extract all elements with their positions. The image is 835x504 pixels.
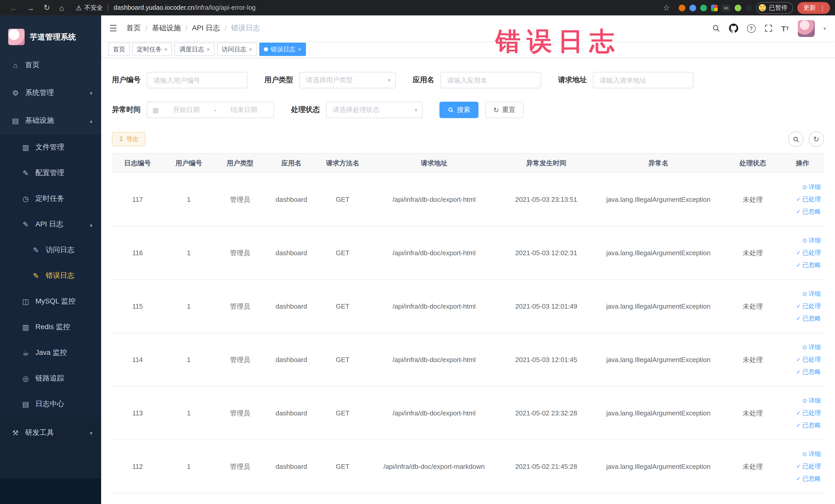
help-icon[interactable]: ? [747,24,755,33]
col-actions: 操作 [781,153,824,173]
tab-schedule-log[interactable]: 调度日志 × [175,43,215,56]
browser-update-button[interactable]: 更新 ⋮ [797,2,830,14]
sidebar-item-log-center[interactable]: ▤ 日志中心 [0,391,101,417]
browser-home-icon[interactable]: ⌂ [59,3,64,12]
avatar[interactable] [798,20,815,37]
extension-icon-blue[interactable] [690,4,696,11]
chevron-up-icon: ▴ [90,222,93,227]
sidebar-item-mysql-monitor[interactable]: ◫ MySQL 监控 [0,288,101,314]
extension-icon-on-badge[interactable]: on [722,4,731,11]
address-bar[interactable]: dashboard.yudao.iocoder.cn/infra/log/api… [114,4,256,11]
app-name-input[interactable] [441,72,541,88]
mark-ignored-link[interactable]: ✓已忽略 [796,261,821,269]
sidebar-item-home[interactable]: ⌂ 首页 [0,52,101,79]
mark-ignored-link[interactable]: ✓已忽略 [796,421,821,430]
browser-menu-kebab-icon[interactable]: ⋮ [819,4,826,12]
tab-scheduled-jobs[interactable]: 定时任务 × [133,43,172,56]
refresh-table-button[interactable]: ↻ [809,132,824,147]
breadcrumb-api-logs[interactable]: API 日志 [192,24,220,33]
sidebar-item-label: 日志中心 [36,400,64,409]
security-status[interactable]: ⚠ 不安全 [76,3,103,12]
update-label: 更新 [803,3,816,12]
extension-icon-leaf[interactable] [735,4,741,11]
col-status: 处理状态 [725,153,781,173]
sidebar-item-access-log[interactable]: ✎ 访问日志 [0,237,101,263]
detail-link[interactable]: ⊙详细 [802,289,821,298]
export-button[interactable]: ↧ 导出 [112,132,145,146]
mark-processed-link[interactable]: ✓已处理 [796,355,821,364]
mark-ignored-link[interactable]: ✓已忽略 [796,314,821,323]
exception-time-label: 异常时间 [112,105,141,115]
breadcrumb-infrastructure[interactable]: 基础设施 [152,24,181,33]
sidebar-item-infrastructure[interactable]: ▤ 基础设施 ▴ [0,107,101,135]
sidebar-item-scheduled-jobs[interactable]: ◷ 定时任务 [0,186,101,211]
mark-processed-link[interactable]: ✓已处理 [796,248,821,257]
detail-link[interactable]: ⊙详细 [802,183,821,191]
extension-icon-grid[interactable] [711,4,718,11]
breadcrumb-home[interactable]: 首页 [126,24,141,33]
extension-icon-orange[interactable] [679,4,685,11]
detail-link[interactable]: ⊙详细 [802,397,821,405]
sidebar-item-config-mgmt[interactable]: ✎ 配置管理 [0,160,101,186]
browser-profile-chip[interactable]: 已暂停 [756,2,793,14]
mark-processed-link[interactable]: ✓已处理 [796,462,821,471]
mark-processed-link[interactable]: ✓已处理 [796,195,821,204]
toggle-search-button[interactable] [788,132,803,147]
detail-label: 详细 [809,343,821,352]
extension-icon-dark[interactable] [746,4,752,11]
github-icon[interactable] [729,24,738,33]
font-size-icon[interactable]: TT [781,24,789,33]
tab-close-icon[interactable]: × [249,46,252,53]
mark-ignored-link[interactable]: ✓已忽略 [796,368,821,377]
cell-url: /api/infra/db-doc/export-html [368,173,500,226]
cell-url: /api/infra/db-doc/export-markdown [368,440,500,493]
tab-close-icon[interactable]: × [298,46,301,53]
app-logo[interactable]: 芋道管理系统 [0,23,101,52]
mark-ignored-link[interactable]: ✓已忽略 [796,475,821,483]
sidebar-item-java-monitor[interactable]: ☕ Java 监控 [0,340,101,366]
reset-button[interactable]: ↻ 重置 [485,102,524,118]
exception-time-range-picker[interactable]: ▦ 开始日期 - 结束日期 [147,102,274,118]
sidebar-item-system-mgmt[interactable]: ⚙ 系统管理 ▾ [0,79,101,107]
reload-icon[interactable]: ↻ [44,3,50,12]
sidebar-item-error-log[interactable]: ✎ 错误日志 [0,263,101,288]
fullscreen-icon[interactable] [764,24,772,32]
process-status-select[interactable]: 请选择处理状态 ▾ [326,102,423,118]
processed-label: 已处理 [802,302,821,311]
calendar-icon: ▦ [152,106,159,114]
tab-close-icon[interactable]: × [207,46,210,53]
cell-log-id: 114 [112,333,163,386]
sidebar-item-api-logs[interactable]: ✎ API 日志 ▴ [0,211,101,237]
avatar-caret-icon[interactable]: ▾ [823,25,826,31]
sidebar-bottom-section: ⚒ 研发工具 ▾ [0,417,101,504]
cell-url: /api/infra/db-doc/export-html [368,226,500,280]
sidebar-item-dev-tools[interactable]: ⚒ 研发工具 ▾ [0,419,101,447]
tab-error-log[interactable]: 错误日志 × [260,43,306,56]
mysql-icon: ◫ [21,297,31,305]
cell-exception: java.lang.IllegalArgumentException [592,440,724,493]
cell-method: GET [317,226,368,280]
tab-close-icon[interactable]: × [164,46,168,53]
request-url-input[interactable] [593,72,694,88]
user-type-select[interactable]: 请选择用户类型 ▾ [299,72,396,88]
user-id-input[interactable] [147,72,247,88]
sidebar-item-redis-monitor[interactable]: ▥ Redis 监控 [0,314,101,340]
hamburger-icon[interactable]: ☰ [109,23,117,34]
search-icon[interactable] [712,24,720,32]
mark-processed-link[interactable]: ✓已处理 [796,302,821,311]
cell-status: 未处理 [725,280,781,333]
mark-ignored-link[interactable]: ✓已忽略 [796,207,821,216]
extension-icon-green[interactable] [700,4,707,11]
sidebar-item-tracing[interactable]: ◎ 链路追踪 [0,366,101,391]
forward-icon[interactable]: → [27,3,34,12]
search-button[interactable]: 搜索 [440,102,478,118]
tab-home[interactable]: 首页 [108,43,130,56]
back-icon[interactable]: ← [10,3,18,12]
detail-link[interactable]: ⊙详细 [802,236,821,245]
detail-link[interactable]: ⊙详细 [802,450,821,459]
bookmark-star-icon[interactable]: ☆ [663,3,670,12]
mark-processed-link[interactable]: ✓已处理 [796,409,821,418]
sidebar-item-file-mgmt[interactable]: ▥ 文件管理 [0,135,101,160]
tab-access-log[interactable]: 访问日志 × [217,43,257,56]
detail-link[interactable]: ⊙详细 [802,343,821,352]
